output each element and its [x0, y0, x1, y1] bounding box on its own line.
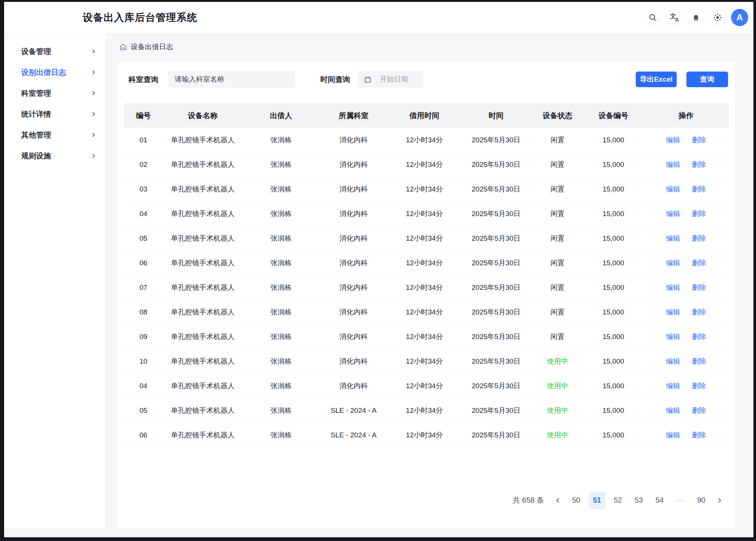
cell-id: 04: [124, 374, 163, 398]
delete-link[interactable]: 删除: [692, 333, 706, 341]
sidebar-item-0[interactable]: 设备管理: [4, 41, 106, 62]
sidebar-item-1[interactable]: 设别出借日志: [4, 62, 106, 83]
pagination-ellipsis[interactable]: ···: [672, 492, 689, 509]
breadcrumb-label: 设备出借日志: [131, 42, 173, 52]
sidebar: 设备管理 设别出借日志 科室管理 统计详情 其他管理 规则设施: [4, 34, 106, 529]
edit-link[interactable]: 编辑: [666, 210, 680, 218]
cell-lender: 张润栋: [243, 202, 319, 226]
cell-device-code: 15,000: [584, 128, 643, 152]
pagination-page-50[interactable]: 50: [568, 492, 584, 509]
table-row: 05 单孔腔镜手术机器人 张润栋 消化内科 12小时34分 2025年5月30日…: [124, 226, 729, 251]
pagination-next[interactable]: [714, 492, 725, 509]
pagination-prev[interactable]: [552, 492, 563, 509]
edit-link[interactable]: 编辑: [666, 185, 680, 193]
delete-link[interactable]: 删除: [692, 431, 706, 439]
notification-icon: [692, 13, 701, 22]
avatar[interactable]: A: [731, 9, 748, 26]
cell-operations: 编辑 删除: [643, 202, 729, 226]
sidebar-item-3[interactable]: 统计详情: [4, 104, 106, 124]
column-header: 操作: [643, 103, 729, 128]
delete-link[interactable]: 删除: [692, 382, 706, 390]
app-body: 设备管理 设别出借日志 科室管理 统计详情 其他管理 规则设施: [4, 34, 753, 529]
query-button[interactable]: 查询: [686, 72, 728, 87]
cell-date: 2025年5月30日: [461, 177, 531, 202]
pagination-page-52[interactable]: 52: [610, 492, 626, 509]
cell-department: 消化内科: [319, 325, 388, 349]
cell-borrow-duration: 12小时34分: [388, 177, 461, 202]
edit-link[interactable]: 编辑: [666, 161, 680, 168]
edit-link[interactable]: 编辑: [666, 406, 680, 414]
cell-date: 2025年5月30日: [461, 275, 531, 300]
cell-borrow-duration: 12小时34分: [388, 349, 461, 374]
cell-id: 03: [124, 177, 163, 202]
search-button[interactable]: [645, 9, 661, 26]
delete-link[interactable]: 删除: [692, 308, 706, 316]
cell-id: 05: [124, 226, 163, 251]
cell-department: SLE - 2024 - A: [319, 398, 388, 423]
table-header-row: 编号设备名称出借人所属科室借用时间时间设备状态设备编号操作: [124, 103, 729, 128]
edit-link[interactable]: 编辑: [666, 234, 680, 242]
pagination-page-51[interactable]: 51: [589, 492, 605, 509]
delete-link[interactable]: 删除: [692, 136, 706, 144]
filter-bar: 科室查询 时间查询 导出Excel 查询: [124, 62, 729, 88]
dept-search-input[interactable]: [168, 71, 295, 88]
cell-department: 消化内科: [319, 152, 388, 177]
page-title: 设备出入库后台管理系统: [83, 11, 197, 24]
edit-link[interactable]: 编辑: [666, 357, 680, 365]
sidebar-item-5[interactable]: 规则设施: [4, 145, 106, 166]
pagination-page-90[interactable]: 90: [693, 492, 709, 509]
cell-borrow-duration: 12小时34分: [388, 374, 461, 398]
cell-id: 10: [124, 349, 163, 374]
delete-link[interactable]: 删除: [692, 357, 706, 365]
cell-status: 闲置: [531, 251, 584, 275]
column-header: 编号: [124, 103, 163, 128]
calendar-icon: [364, 76, 372, 83]
edit-link[interactable]: 编辑: [666, 333, 680, 341]
pagination-page-54[interactable]: 54: [651, 492, 668, 509]
edit-link[interactable]: 编辑: [666, 431, 680, 439]
delete-link[interactable]: 删除: [692, 259, 706, 267]
cell-lender: 张润栋: [243, 325, 319, 349]
pagination-page-53[interactable]: 53: [630, 492, 647, 509]
content-card: 科室查询 时间查询 导出Excel 查询: [118, 62, 735, 528]
delete-link[interactable]: 删除: [692, 185, 706, 193]
cell-device-name: 单孔腔镜手术机器人: [163, 128, 243, 152]
edit-link[interactable]: 编辑: [666, 382, 680, 390]
chevron-right-icon: [716, 497, 723, 504]
cell-device-code: 15,000: [584, 275, 643, 300]
edit-link[interactable]: 编辑: [666, 284, 680, 291]
delete-link[interactable]: 删除: [692, 161, 706, 168]
delete-link[interactable]: 删除: [692, 234, 706, 242]
time-query-label: 时间查询: [320, 75, 350, 85]
start-date-input[interactable]: [380, 75, 421, 83]
delete-link[interactable]: 删除: [692, 284, 706, 291]
edit-link[interactable]: 编辑: [666, 259, 680, 267]
home-icon[interactable]: [119, 43, 127, 51]
cell-operations: 编辑 删除: [643, 128, 729, 152]
column-header: 时间: [461, 103, 531, 128]
edit-link[interactable]: 编辑: [666, 136, 680, 144]
sidebar-item-2[interactable]: 科室管理: [4, 83, 106, 104]
table-row: 06 单孔腔镜手术机器人 张润栋 SLE - 2024 - A 12小时34分 …: [124, 423, 729, 447]
edit-link[interactable]: 编辑: [666, 308, 680, 316]
delete-link[interactable]: 删除: [692, 210, 706, 218]
notification-button[interactable]: [688, 9, 704, 26]
cell-status: 闲置: [531, 300, 584, 325]
cell-lender: 张润栋: [243, 349, 319, 374]
table-row: 06 单孔腔镜手术机器人 张润栋 消化内科 12小时34分 2025年5月30日…: [124, 251, 729, 275]
cell-device-name: 单孔腔镜手术机器人: [163, 251, 243, 275]
theme-button[interactable]: [709, 9, 726, 26]
cell-status: 使用中: [531, 398, 584, 423]
table-row: 09 单孔腔镜手术机器人 张润栋 消化内科 12小时34分 2025年5月30日…: [124, 325, 729, 349]
sidebar-item-4[interactable]: 其他管理: [4, 124, 106, 145]
cell-operations: 编辑 删除: [643, 325, 729, 349]
date-picker[interactable]: [358, 71, 423, 88]
cell-device-name: 单孔腔镜手术机器人: [163, 152, 243, 177]
cell-device-code: 15,000: [584, 152, 643, 177]
cell-id: 04: [124, 202, 163, 226]
translate-button[interactable]: 文A: [666, 9, 683, 26]
delete-link[interactable]: 删除: [692, 406, 706, 414]
cell-borrow-duration: 12小时34分: [388, 275, 461, 300]
cell-device-code: 15,000: [584, 325, 643, 349]
export-excel-button[interactable]: 导出Excel: [636, 72, 677, 87]
